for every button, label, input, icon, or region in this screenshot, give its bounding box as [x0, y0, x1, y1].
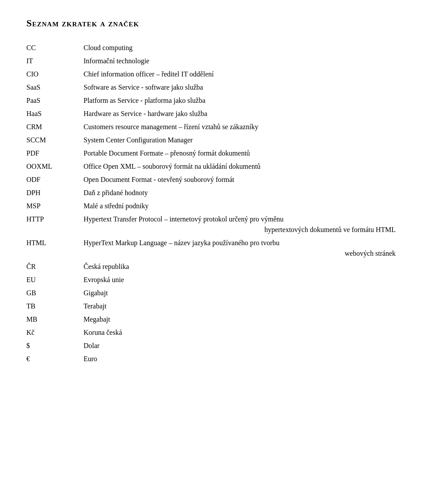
definition: Dolar [84, 339, 396, 352]
definition: Koruna česká [84, 326, 396, 339]
abbreviation: EU [26, 273, 84, 286]
abbreviation: GB [26, 286, 84, 300]
definition: Česká republika [84, 260, 396, 273]
list-item: ČRČeská republika [26, 260, 396, 273]
abbreviation: HTML [26, 236, 84, 260]
abbreviation: HaaS [26, 107, 84, 120]
definition: Chief information officer – ředitel IT o… [84, 68, 396, 81]
abbreviation: CRM [26, 120, 84, 134]
list-item: €Euro [26, 352, 396, 366]
list-item: EUEvropská unie [26, 273, 396, 286]
abbreviation: SaaS [26, 81, 84, 94]
list-item: MSPMalé a střední podniky [26, 199, 396, 213]
definition: Informační technologie [84, 54, 396, 68]
abbreviation: ČR [26, 260, 84, 273]
abbreviation: CC [26, 41, 84, 54]
list-item: PDFPortable Document Formate – přenosný … [26, 147, 396, 160]
abbreviation: PDF [26, 147, 84, 160]
definition: HyperText Markup Language – název jazyka… [84, 236, 396, 260]
definition: Euro [84, 352, 396, 366]
list-item: PaaSPlatform as Service - platforma jako… [26, 94, 396, 107]
abbreviation: MB [26, 313, 84, 326]
list-item: KčKoruna česká [26, 326, 396, 339]
abbreviation: ODF [26, 173, 84, 186]
abbreviation: DPH [26, 186, 84, 199]
definition: Gigabajt [84, 286, 396, 300]
list-item: $Dolar [26, 339, 396, 352]
definition: Platform as Service - platforma jako slu… [84, 94, 396, 107]
abbreviation: MSP [26, 199, 84, 213]
list-item: GBGigabajt [26, 286, 396, 300]
list-item: SaaSSoftware as Service - software jako … [26, 81, 396, 94]
definition: Portable Document Formate – přenosný for… [84, 147, 396, 160]
list-item: HaaSHardware as Service - hardware jako … [26, 107, 396, 120]
definition: Evropská unie [84, 273, 396, 286]
definition: Megabajt [84, 313, 396, 326]
abbreviation: IT [26, 54, 84, 68]
list-item: CCCloud computing [26, 41, 396, 54]
list-item: CRMCustomers resource management – řízen… [26, 120, 396, 134]
definition: Hypertext Transfer Protocol – internetov… [84, 213, 396, 236]
abbreviation: OOXML [26, 160, 84, 173]
abbreviations-table: CCCloud computingITInformační technologi… [26, 41, 396, 366]
list-item: ODFOpen Document Format - otevřený soubo… [26, 173, 396, 186]
abbreviation: PaaS [26, 94, 84, 107]
abbreviation: HTTP [26, 213, 84, 236]
page-title: Seznam zkratek a značek [26, 18, 396, 29]
list-item: ITInformační technologie [26, 54, 396, 68]
list-item: SCCMSystem Center Configuration Manager [26, 134, 396, 147]
list-item: CIOChief information officer – ředitel I… [26, 68, 396, 81]
abbreviation: CIO [26, 68, 84, 81]
definition: System Center Configuration Manager [84, 134, 396, 147]
definition: Open Document Format - otevřený souborov… [84, 173, 396, 186]
abbreviation: SCCM [26, 134, 84, 147]
abbreviation: € [26, 352, 84, 366]
definition: Software as Service - software jako služ… [84, 81, 396, 94]
list-item: DPHDaň z přidané hodnoty [26, 186, 396, 199]
definition: Hardware as Service - hardware jako služ… [84, 107, 396, 120]
abbreviation: TB [26, 300, 84, 313]
list-item: OOXMLOffice Open XML – souborový formát … [26, 160, 396, 173]
list-item: HTTPHypertext Transfer Protocol – intern… [26, 213, 396, 236]
definition: Daň z přidané hodnoty [84, 186, 396, 199]
list-item: TBTerabajt [26, 300, 396, 313]
list-item: HTMLHyperText Markup Language – název ja… [26, 236, 396, 260]
definition: Office Open XML – souborový formát na uk… [84, 160, 396, 173]
definition: Customers resource management – řízení v… [84, 120, 396, 134]
definition: Cloud computing [84, 41, 396, 54]
definition: Malé a střední podniky [84, 199, 396, 213]
abbreviation: $ [26, 339, 84, 352]
abbreviation: Kč [26, 326, 84, 339]
list-item: MBMegabajt [26, 313, 396, 326]
definition: Terabajt [84, 300, 396, 313]
